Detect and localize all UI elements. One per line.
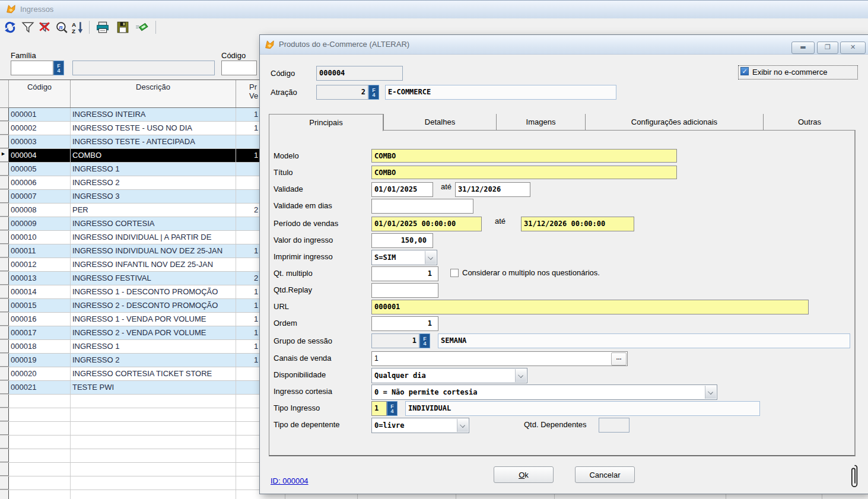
- row-gutter: [0, 436, 9, 449]
- tipo-ingresso-input[interactable]: 1: [371, 401, 387, 416]
- ok-button[interactable]: Ok: [494, 466, 554, 483]
- qtd-replay-input[interactable]: [371, 283, 438, 298]
- canais-venda-browse-button[interactable]: ...: [611, 352, 627, 365]
- exibir-label[interactable]: Exibir no e-commerce: [752, 68, 827, 77]
- tab-configuracoes-adicionais[interactable]: Configurações adicionais: [585, 114, 763, 130]
- ingresso-cortesia-label: Ingresso cortesia: [274, 387, 332, 396]
- row-gutter: [0, 299, 9, 312]
- valor-ingresso-input[interactable]: 150,00: [371, 233, 433, 248]
- cell-codigo: 000017: [9, 326, 71, 339]
- cell-codigo: 000011: [9, 244, 71, 258]
- cell-descricao: INGRESSO FESTIVAL: [71, 272, 236, 285]
- cell-codigo: 000010: [9, 231, 71, 244]
- save-icon[interactable]: [116, 21, 129, 34]
- cell-codigo: [9, 490, 71, 499]
- tab-principais[interactable]: Principais: [269, 114, 383, 131]
- grupo-sessao-input[interactable]: 1: [371, 333, 419, 348]
- considerar-multiplo-checkbox[interactable]: [450, 269, 459, 277]
- row-gutter: [0, 313, 9, 326]
- familia-label: Família: [11, 51, 36, 60]
- grid-header-gutter: [0, 80, 9, 108]
- grid-header-codigo[interactable]: Código: [9, 80, 71, 107]
- cell-codigo: [9, 476, 71, 490]
- cell-codigo: 000007: [9, 190, 71, 203]
- familia-input[interactable]: [11, 61, 53, 75]
- atracao-field[interactable]: 2: [316, 85, 368, 100]
- canais-venda-input[interactable]: 1: [371, 351, 628, 366]
- dialog-titlebar[interactable]: Produtos do e-Commerce (ALTERAR) ▬ ❐ ✕: [260, 35, 868, 55]
- grupo-sessao-f4-button[interactable]: F4: [419, 333, 430, 348]
- cell-descricao: [71, 408, 236, 421]
- cell-descricao: INGRESSO TESTE - ANTECIPADA: [71, 135, 236, 148]
- cell-descricao: INGRESSO 3: [71, 190, 236, 203]
- grupo-sessao-label: Grupo de sessão: [274, 336, 332, 345]
- clear-filter-icon[interactable]: [38, 21, 51, 34]
- imprimir-label: Imprimir ingresso: [274, 252, 333, 261]
- exibir-checkbox[interactable]: ✓: [740, 67, 749, 75]
- cell-codigo: [9, 463, 71, 476]
- tipo-ingresso-label: Tipo Ingresso: [274, 403, 320, 412]
- filter-icon[interactable]: [21, 21, 34, 34]
- tipo-ingresso-desc-field: INDIVIDUAL: [405, 401, 760, 416]
- sort-az-icon[interactable]: A Z: [71, 21, 84, 34]
- periodo-vendas-label: Período de vendas: [274, 219, 338, 228]
- tipo-ingresso-f4-button[interactable]: F4: [387, 401, 398, 416]
- clear-money-icon[interactable]: [135, 21, 148, 34]
- validade-to-input[interactable]: 31/12/2026: [455, 182, 530, 197]
- validade-dias-input[interactable]: [371, 199, 473, 214]
- minimize-button[interactable]: ▬: [791, 42, 815, 54]
- find-icon[interactable]: n: [55, 21, 68, 34]
- atracao-f4-button[interactable]: F4: [368, 85, 379, 100]
- cell-descricao: [71, 476, 236, 490]
- url-input[interactable]: 000001: [371, 300, 809, 314]
- svg-text:A: A: [72, 21, 76, 28]
- chevron-down-icon[interactable]: [457, 419, 468, 432]
- imprimir-select[interactable]: S=SIM: [371, 250, 437, 265]
- print-icon[interactable]: [96, 21, 109, 34]
- tab-outras[interactable]: Outras: [763, 114, 856, 130]
- familia-f4-button[interactable]: F4: [53, 61, 64, 75]
- codigo-filter-label: Código: [221, 51, 246, 60]
- row-gutter: [0, 285, 9, 298]
- periodo-from-input[interactable]: 01/01/2025 00:00:00: [371, 217, 482, 231]
- modelo-input[interactable]: COMBO: [371, 149, 677, 163]
- cell-codigo: 000013: [9, 272, 71, 285]
- maximize-button[interactable]: ❐: [817, 42, 838, 54]
- tab-detalhes[interactable]: Detalhes: [383, 114, 496, 130]
- fox-app-icon: [6, 4, 17, 14]
- cell-descricao: [71, 395, 236, 408]
- titulo-label: Título: [274, 168, 293, 177]
- main-window-titlebar[interactable]: Ingressos: [0, 0, 868, 19]
- ordem-input[interactable]: 1: [371, 316, 438, 331]
- cell-codigo: 000008: [9, 204, 71, 217]
- codigo-filter-input[interactable]: [221, 61, 257, 75]
- cell-codigo: 000012: [9, 258, 71, 271]
- chevron-down-icon[interactable]: [515, 369, 526, 382]
- toolbar-separator: [89, 21, 90, 34]
- close-button[interactable]: ✕: [840, 42, 866, 54]
- titulo-input[interactable]: COMBO: [371, 166, 677, 179]
- ordem-label: Ordem: [274, 319, 297, 328]
- periodo-to-input[interactable]: 31/12/2026 00:00:00: [521, 217, 634, 231]
- chevron-down-icon[interactable]: [705, 386, 716, 399]
- id-link[interactable]: ID: 000004: [271, 476, 309, 485]
- cell-codigo: 000014: [9, 285, 71, 298]
- validade-from-input[interactable]: 01/01/2025: [371, 182, 433, 197]
- cell-descricao: INGRESSO TESTE - USO NO DIA: [71, 122, 236, 135]
- tab-imagens[interactable]: Imagens: [496, 114, 585, 130]
- chevron-down-icon[interactable]: [425, 251, 436, 264]
- refresh-icon[interactable]: [4, 21, 17, 34]
- disponibilidade-select[interactable]: Qualquer dia: [371, 368, 527, 383]
- tipo-dependente-select[interactable]: 0=livre: [371, 418, 469, 433]
- cell-descricao: INGRESSO CORTESIA: [71, 217, 236, 230]
- cell-codigo: 000021: [9, 381, 71, 394]
- cancel-button[interactable]: Cancelar: [575, 466, 635, 483]
- row-gutter: [0, 163, 9, 176]
- cell-codigo: 000009: [9, 217, 71, 230]
- considerar-multiplo-label[interactable]: Considerar o multiplo nos questionários.: [462, 268, 600, 277]
- qt-multiplo-input[interactable]: 1: [371, 266, 438, 281]
- grid-header-descricao[interactable]: Descrição: [71, 80, 236, 107]
- row-gutter: [0, 476, 9, 490]
- ingresso-cortesia-select[interactable]: 0 = Não permite cortesia: [371, 384, 717, 400]
- fox-app-icon: [265, 39, 275, 50]
